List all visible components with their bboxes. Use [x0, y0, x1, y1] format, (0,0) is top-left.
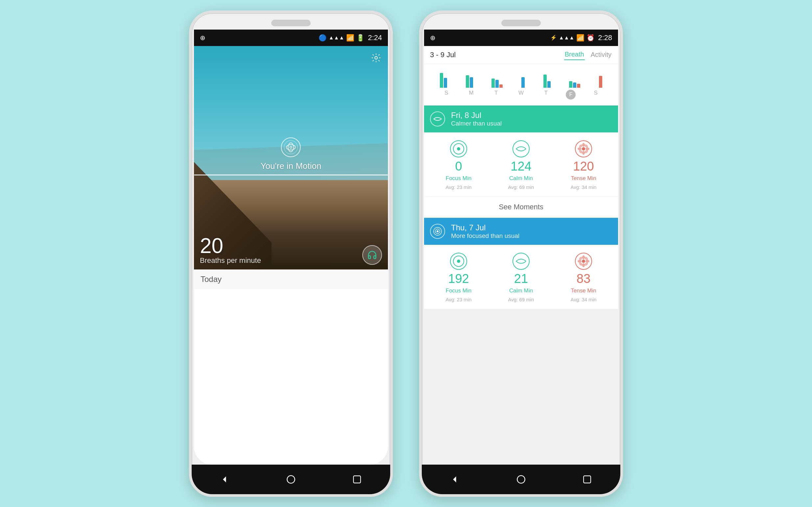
- status-left-icons: ⊕: [200, 34, 206, 42]
- bar-s1-focus: [440, 73, 443, 88]
- chart-lbl-t2: T: [539, 90, 553, 100]
- chart-lbl-s2: S: [589, 90, 602, 100]
- fri-tense-number: 120: [573, 160, 594, 172]
- bullseye-dot-fri-focus: [457, 147, 460, 151]
- fri-focus-icon: [450, 140, 467, 157]
- chart-lbl-w: W: [515, 90, 528, 100]
- chart-area: S M T W T F S: [424, 64, 618, 106]
- thu-icon: [430, 224, 445, 239]
- headphone-button[interactable]: [362, 245, 382, 265]
- thu-tense-icon: [575, 253, 592, 270]
- thu-focus-icon: [450, 253, 467, 270]
- chart-day-t1: [491, 70, 503, 88]
- svg-rect-6: [354, 476, 361, 483]
- fri-icon: [430, 111, 445, 126]
- carrier-icon-right: ⊕: [430, 34, 436, 42]
- nav-bar-right: [422, 465, 620, 494]
- thu-calm-label: Calm Min: [509, 287, 533, 294]
- recents-button-left[interactable]: [349, 471, 365, 488]
- fri-calm-label: Calm Min: [509, 175, 533, 182]
- tab-activity[interactable]: Activity: [590, 49, 612, 60]
- fri-description: Calmer than usual: [451, 120, 502, 127]
- thu-tense-avg: Avg: 34 min: [571, 297, 597, 302]
- svg-point-11: [586, 148, 589, 150]
- home-button-left[interactable]: [283, 471, 299, 488]
- breath-background: You're in Motion 20 Breaths per minute: [194, 46, 388, 270]
- bar-w-calm: [522, 77, 525, 88]
- chart-day-t2: [543, 70, 551, 88]
- bullseye-dot-thu-focus: [457, 260, 460, 263]
- day-card-thu: Thu, 7 Jul More focused than usual 192 F…: [424, 218, 618, 309]
- in-motion-text: You're in Motion: [261, 161, 322, 171]
- thu-focus-number: 192: [448, 272, 469, 285]
- fri-date: Fri, 8 Jul: [451, 111, 502, 120]
- svg-point-10: [578, 148, 582, 150]
- chart-day-s1: [440, 70, 447, 88]
- bar-s2-tense: [599, 76, 602, 88]
- breaths-number: 20: [200, 235, 261, 256]
- settings-icon[interactable]: [370, 51, 383, 64]
- chart-day-m: [466, 70, 473, 88]
- wifi-icon: 📶: [346, 34, 355, 42]
- signal-icon-right: ▲▲▲: [559, 35, 575, 41]
- fri-tense-icon: [575, 140, 592, 157]
- chart-lbl-t1: T: [489, 90, 503, 100]
- svg-marker-28: [453, 476, 456, 483]
- chart-lbl-m: M: [465, 90, 478, 100]
- home-button-right[interactable]: [513, 471, 529, 488]
- time-display: 2:24: [368, 34, 382, 42]
- fri-calm-stat: 124 Calm Min Avg: 69 min: [501, 140, 541, 190]
- svg-point-5: [287, 475, 294, 483]
- svg-point-7: [582, 147, 585, 151]
- bar-s1-calm: [444, 78, 447, 88]
- fri-header-text: Fri, 8 Jul Calmer than usual: [451, 111, 502, 127]
- date-range-bar: 3 - 9 Jul Breath Activity: [424, 46, 618, 64]
- svg-point-21: [582, 263, 585, 267]
- bar-t1-focus: [491, 78, 495, 88]
- thu-focus-stat: 192 Focus Min Avg: 23 min: [439, 253, 478, 302]
- svg-point-1: [288, 143, 293, 152]
- thu-description: More focused than usual: [451, 232, 520, 239]
- fri-tense-avg: Avg: 34 min: [571, 184, 597, 190]
- phone-left: ⊕ 🔵 ▲▲▲ 📶 🔋 2:24: [189, 10, 393, 497]
- bar-t1-tense: [499, 84, 503, 88]
- fri-calm-avg: Avg: 69 min: [508, 184, 534, 190]
- bluetooth-icon-right: ⚡: [550, 35, 557, 41]
- svg-point-23: [586, 260, 589, 263]
- carrier-icon: ⊕: [200, 34, 206, 42]
- today-label: Today: [201, 275, 222, 284]
- fri-stats-grid: 0 Focus Min Avg: 23 min 124 C: [424, 132, 618, 196]
- day-header-thu[interactable]: Thu, 7 Jul More focused than usual: [424, 218, 618, 245]
- day-header-fri[interactable]: Fri, 8 Jul Calmer than usual: [424, 106, 618, 132]
- tab-breath[interactable]: Breath: [564, 49, 585, 60]
- thu-tense-label: Tense Min: [571, 287, 596, 294]
- svg-point-29: [517, 475, 525, 483]
- tab-buttons: Breath Activity: [564, 49, 612, 60]
- thu-focus-label: Focus Min: [446, 287, 472, 294]
- fri-focus-avg: Avg: 23 min: [446, 184, 472, 190]
- svg-point-3: [290, 146, 292, 148]
- back-button-left[interactable]: [217, 471, 233, 488]
- status-right-icons-right: ⚡ ▲▲▲ 📶 ⏰ 2:28: [550, 34, 612, 42]
- see-moments-button[interactable]: See Moments: [424, 196, 618, 217]
- signal-icon: ▲▲▲: [329, 35, 344, 41]
- motion-container: You're in Motion: [261, 137, 322, 171]
- status-right-left: ⊕: [430, 34, 436, 42]
- svg-point-19: [582, 260, 585, 263]
- bar-f-tense: [577, 84, 580, 88]
- today-bar: Today: [194, 270, 388, 289]
- status-bar-right: ⊕ ⚡ ▲▲▲ 📶 ⏰ 2:28: [424, 30, 618, 46]
- svg-point-0: [375, 57, 377, 59]
- speaker-left: [271, 20, 311, 26]
- thu-calm-number: 21: [514, 272, 528, 285]
- back-button-right[interactable]: [447, 471, 463, 488]
- thu-tense-number: 83: [577, 272, 590, 285]
- screen-right: ⊕ ⚡ ▲▲▲ 📶 ⏰ 2:28 3 - 9 Jul Breath Activi…: [424, 30, 618, 465]
- svg-point-22: [578, 260, 582, 263]
- bar-m-focus: [466, 75, 469, 88]
- bar-f-calm: [573, 82, 576, 88]
- chart-bars: [427, 68, 615, 88]
- thu-stats-grid: 192 Focus Min Avg: 23 min 21: [424, 245, 618, 309]
- thu-tense-stat: 83 Tense Min Avg: 34 min: [564, 253, 603, 302]
- recents-button-right[interactable]: [579, 471, 595, 488]
